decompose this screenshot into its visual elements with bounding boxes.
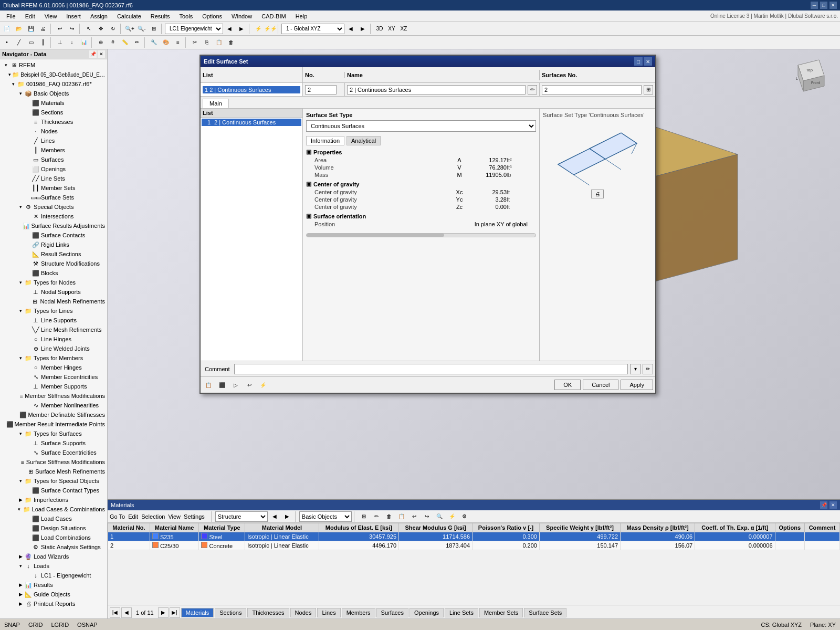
expander-printout-reports[interactable]: ▶ (17, 601, 24, 606)
nav-item-members[interactable]: ┃ Members (1, 145, 106, 155)
minimize-btn[interactable]: ─ (811, 2, 818, 9)
footer-icon-4[interactable]: ↩ (244, 379, 255, 391)
nav-item-static-analysis-settings[interactable]: ⚙ Static Analysis Settings (1, 542, 106, 552)
expander-loads[interactable]: ▾ (17, 563, 24, 569)
menu-calculate[interactable]: Calculate (113, 12, 145, 20)
info-tab-analytical[interactable]: Analytical (346, 136, 381, 145)
zoom-in-btn[interactable]: 🔍+ (124, 23, 135, 35)
new-btn[interactable]: 📄 (1, 23, 13, 35)
nav-item-nodal-mesh-refinements[interactable]: ⊞ Nodal Mesh Refinements (1, 297, 106, 306)
tab-lines[interactable]: Lines (317, 608, 340, 617)
annotation-btn[interactable]: ✏ (131, 37, 143, 48)
table-row[interactable]: 2 C25/30 Concrete Isotropic | Linear Ela… (108, 541, 840, 550)
nav-item-intersections[interactable]: ✕ Intersections (1, 212, 106, 221)
surfaces-no-input[interactable] (542, 85, 642, 94)
menu-file[interactable]: File (2, 12, 20, 20)
expander-special-objects[interactable]: ▾ (17, 204, 24, 209)
expander-load-cases-combinations[interactable]: ▾ (16, 507, 23, 512)
support-btn[interactable]: ⊥ (54, 37, 66, 48)
menu-tools[interactable]: Tools (175, 12, 197, 20)
nav-item-types-for-lines[interactable]: ▾ 📁 Types for Lines (1, 306, 106, 316)
properties-section-header[interactable]: ▣ Properties (306, 149, 536, 155)
select-btn[interactable]: ↖ (83, 23, 94, 35)
nav-item-member-stiffness-mod[interactable]: ≡ Member Stiffness Modifications (1, 391, 106, 401)
mat-next-btn[interactable]: ▶ (281, 511, 293, 522)
paste-btn[interactable]: 📋 (213, 37, 225, 48)
nav-item-surface-mesh-refinements[interactable]: ⊞ Surface Mesh Refinements (1, 467, 106, 476)
dialog-close-btn[interactable]: ✕ (644, 57, 652, 66)
node-btn[interactable]: • (1, 37, 13, 48)
xy-view-btn[interactable]: XY (386, 23, 397, 35)
nav-item-rfem[interactable]: ▾ 🖥 RFEM (1, 60, 106, 70)
calc-btn[interactable]: ⚡ (253, 23, 264, 35)
menu-window[interactable]: Window (227, 12, 256, 20)
nav-item-member-supports[interactable]: ⊥ Member Supports (1, 382, 106, 391)
expander-types-for-surfaces[interactable]: ▾ (17, 431, 24, 436)
prev-lc-btn[interactable]: ◀ (224, 23, 235, 35)
nav-item-lines[interactable]: ╱ Lines (1, 136, 106, 145)
open-btn[interactable]: 📂 (13, 23, 25, 35)
menu-view[interactable]: View (40, 12, 61, 20)
dialog-maximize-btn[interactable]: □ (634, 57, 643, 66)
next-lc-btn[interactable]: ▶ (236, 23, 247, 35)
delete-btn[interactable]: 🗑 (225, 37, 237, 48)
tab-materials[interactable]: Materials (181, 608, 214, 617)
expander-guide-objects[interactable]: ▶ (17, 592, 24, 597)
nav-item-types-for-nodes[interactable]: ▾ 📁 Types for Nodes (1, 278, 106, 287)
basic-objects-dropdown[interactable]: Basic Objects (299, 511, 352, 522)
nav-item-results[interactable]: ▶ 📊 Results (1, 580, 106, 590)
nav-item-result-sections[interactable]: 📐 Result Sections (1, 249, 106, 259)
expander-basic-objects[interactable]: ▾ (17, 91, 24, 96)
menu-insert[interactable]: Insert (62, 12, 85, 20)
surfaces-no-edit-btn[interactable]: ⊞ (644, 85, 653, 94)
name-input[interactable] (347, 85, 526, 94)
nav-item-special-objects[interactable]: ▾ ⚙ Special Objects (1, 202, 106, 212)
expander-types-for-nodes[interactable]: ▾ (17, 280, 24, 285)
tab-thicknesses[interactable]: Thicknesses (247, 608, 289, 617)
nav-item-member-definable-stiff[interactable]: ⬛ Member Definable Stiffnesses (1, 410, 106, 419)
expander-file1[interactable]: ▾ (7, 72, 13, 77)
comment-dropdown-btn[interactable]: ▾ (630, 364, 640, 374)
nav-item-file2[interactable]: ▾ 📁 001986_FAQ 002367.rf6* (1, 79, 106, 89)
expander-rfem[interactable]: ▾ (2, 62, 9, 68)
nav-item-types-for-special-objects[interactable]: ▾ 📁 Types for Special Objects (1, 476, 106, 486)
list-item-main[interactable]: 1 2 | Continuous Surfaces (202, 119, 301, 126)
nav-item-structure-modifications[interactable]: ⚒ Structure Modifications (1, 259, 106, 268)
nav-item-nodes[interactable]: · Nodes (1, 127, 106, 136)
expander-types-for-members[interactable]: ▾ (17, 355, 24, 361)
nav-item-rigid-links[interactable]: 🔗 Rigid Links (1, 240, 106, 249)
nav-item-member-sets[interactable]: ┃┃ Member Sets (1, 183, 106, 193)
nav-item-nodal-supports[interactable]: ⊥ Nodal Supports (1, 287, 106, 297)
nav-item-surface-sets[interactable]: ▭▭ Surface Sets (1, 193, 106, 202)
print-btn[interactable]: 🖨 (37, 23, 49, 35)
result-btn[interactable]: 📊 (78, 37, 90, 48)
nav-item-line-mesh-refinements[interactable]: ╲╱ Line Mesh Refinements (1, 325, 106, 334)
nav-item-blocks[interactable]: ⬛ Blocks (1, 268, 106, 278)
mat-tb-btn7[interactable]: 🔍 (434, 511, 445, 522)
tab-line-sets[interactable]: Line Sets (445, 608, 478, 617)
tab-member-sets[interactable]: Member Sets (479, 608, 523, 617)
nav-item-load-combinations[interactable]: ⬛ Load Combinations (1, 533, 106, 542)
menu-options[interactable]: Options (198, 12, 226, 20)
surface-btn[interactable]: ▭ (25, 37, 37, 48)
mat-tb-btn4[interactable]: 📋 (396, 511, 407, 522)
tab-openings[interactable]: Openings (410, 608, 444, 617)
xz-view-btn[interactable]: XZ (398, 23, 410, 35)
nav-item-member-eccentricities[interactable]: ⤡ Member Eccentricities (1, 372, 106, 382)
menu-assign[interactable]: Assign (86, 12, 112, 20)
expander-imperfections[interactable]: ▶ (17, 497, 24, 502)
nav-close-btn[interactable]: ✕ (98, 50, 105, 58)
comment-edit-btn[interactable]: ✏ (643, 364, 653, 374)
expander-results[interactable]: ▶ (17, 582, 24, 587)
orientation-section-header[interactable]: ▣ Surface orientation (306, 213, 536, 219)
load-btn[interactable]: ↓ (66, 37, 78, 48)
view-prev-btn[interactable]: ◀ (345, 23, 356, 35)
nav-item-surface-supports[interactable]: ⊥ Surface Supports (1, 438, 106, 448)
nav-item-line-supports[interactable]: ⊥ Line Supports (1, 316, 106, 325)
footer-icon-5[interactable]: ⚡ (257, 379, 269, 391)
mat-tb-btn5[interactable]: ↩ (408, 511, 420, 522)
mat-tb-btn2[interactable]: ✏ (371, 511, 382, 522)
mat-tb-btn8[interactable]: ⚡ (446, 511, 458, 522)
menu-help[interactable]: Help (291, 12, 312, 20)
snap-btn[interactable]: ⊕ (95, 37, 107, 48)
